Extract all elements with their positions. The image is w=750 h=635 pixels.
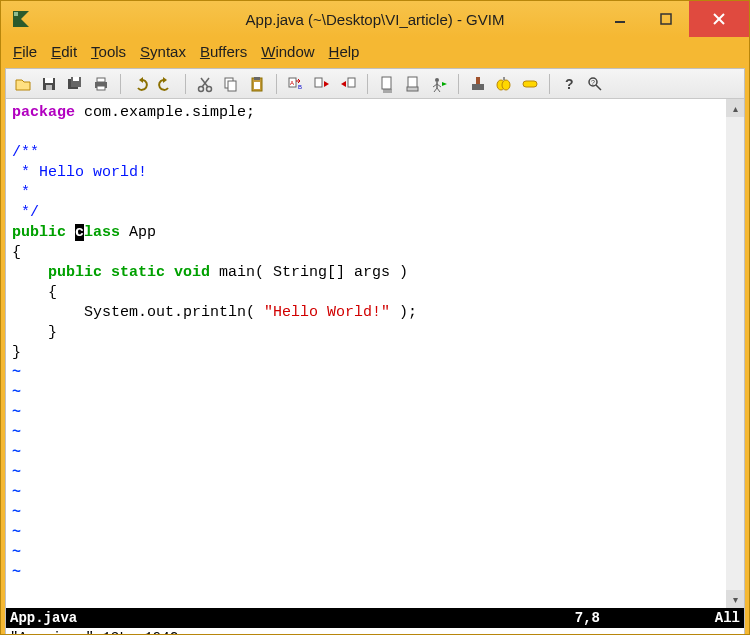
empty-line-marker: ~ bbox=[12, 484, 21, 501]
code-keyword: package bbox=[12, 104, 75, 121]
svg-rect-45 bbox=[476, 77, 480, 84]
cursor: c bbox=[75, 224, 84, 241]
menu-buffers[interactable]: Buffers bbox=[200, 43, 247, 60]
svg-line-17 bbox=[201, 78, 208, 87]
svg-marker-15 bbox=[139, 77, 143, 83]
status-filename: App.java bbox=[10, 610, 575, 626]
toolbar: AB ? ? bbox=[6, 69, 744, 99]
scroll-down-button[interactable]: ▾ bbox=[726, 590, 744, 608]
find-prev-icon[interactable] bbox=[337, 73, 359, 95]
svg-text:?: ? bbox=[565, 76, 574, 92]
empty-line-marker: ~ bbox=[12, 544, 21, 561]
svg-text:A: A bbox=[290, 80, 294, 86]
find-next-icon[interactable] bbox=[311, 73, 333, 95]
svg-marker-16 bbox=[163, 77, 167, 83]
save-all-icon[interactable] bbox=[64, 73, 86, 95]
script-icon[interactable] bbox=[402, 73, 424, 95]
svg-rect-13 bbox=[97, 78, 105, 82]
command-text: "App.java" 13L, 194C bbox=[10, 630, 178, 635]
svg-line-42 bbox=[434, 88, 437, 92]
svg-point-20 bbox=[207, 86, 212, 91]
code-text: } bbox=[12, 324, 57, 341]
paste-icon[interactable] bbox=[246, 73, 268, 95]
code-text: ); bbox=[390, 304, 417, 321]
code-text: { bbox=[12, 244, 21, 261]
svg-line-43 bbox=[437, 88, 440, 92]
window-buttons bbox=[597, 1, 749, 37]
titlebar: App.java (~\Desktop\VI_article) - GVIM bbox=[1, 1, 749, 37]
svg-point-38 bbox=[435, 78, 439, 82]
svg-marker-32 bbox=[341, 81, 346, 87]
svg-line-18 bbox=[202, 78, 209, 87]
empty-line-marker: ~ bbox=[12, 404, 21, 421]
client-area: AB ? ? package com.example.simple; /** *… bbox=[5, 68, 745, 635]
toolbar-separator bbox=[458, 74, 459, 94]
svg-rect-24 bbox=[254, 77, 260, 80]
code-keyword: public bbox=[12, 224, 66, 241]
code-keyword: class bbox=[75, 224, 120, 241]
svg-rect-22 bbox=[228, 81, 236, 91]
code-string: "Hello World!" bbox=[264, 304, 390, 321]
empty-line-marker: ~ bbox=[12, 504, 21, 521]
svg-marker-44 bbox=[442, 82, 447, 86]
editor-area: package com.example.simple; /** * Hello … bbox=[6, 99, 744, 608]
svg-rect-25 bbox=[254, 82, 260, 89]
code-text: App bbox=[120, 224, 156, 241]
code-text: System.out.println( bbox=[12, 304, 264, 321]
code-text: main( String[] args ) bbox=[210, 264, 408, 281]
svg-rect-7 bbox=[45, 78, 53, 83]
svg-rect-29 bbox=[315, 78, 322, 87]
svg-rect-8 bbox=[46, 85, 52, 90]
toolbar-separator bbox=[549, 74, 550, 94]
toolbar-separator bbox=[185, 74, 186, 94]
undo-icon[interactable] bbox=[129, 73, 151, 95]
empty-line-marker: ~ bbox=[12, 524, 21, 541]
code-keyword: public static void bbox=[48, 264, 210, 281]
code-text: { bbox=[12, 284, 57, 301]
code-text: } bbox=[12, 344, 21, 361]
menu-window[interactable]: Window bbox=[261, 43, 314, 60]
menu-syntax[interactable]: Syntax bbox=[140, 43, 186, 60]
menu-help[interactable]: Help bbox=[329, 43, 360, 60]
svg-marker-30 bbox=[324, 81, 329, 87]
find-help-icon[interactable]: ? bbox=[584, 73, 606, 95]
copy-icon[interactable] bbox=[220, 73, 242, 95]
maximize-button[interactable] bbox=[643, 1, 689, 37]
empty-line-marker: ~ bbox=[12, 364, 21, 381]
tag-jump-icon[interactable] bbox=[519, 73, 541, 95]
open-icon[interactable] bbox=[12, 73, 34, 95]
svg-rect-33 bbox=[382, 77, 391, 89]
text-editor[interactable]: package com.example.simple; /** * Hello … bbox=[6, 99, 726, 608]
code-text: com.example.simple; bbox=[75, 104, 255, 121]
run-macro-icon[interactable] bbox=[428, 73, 450, 95]
empty-line-marker: ~ bbox=[12, 384, 21, 401]
svg-text:B: B bbox=[298, 84, 302, 90]
close-button[interactable] bbox=[689, 1, 749, 37]
empty-line-marker: ~ bbox=[12, 444, 21, 461]
svg-point-19 bbox=[199, 86, 204, 91]
empty-line-marker: ~ bbox=[12, 464, 21, 481]
redo-icon[interactable] bbox=[155, 73, 177, 95]
cut-icon[interactable] bbox=[194, 73, 216, 95]
status-bar: App.java 7,8 All bbox=[6, 608, 744, 628]
gvim-icon bbox=[11, 9, 31, 29]
svg-point-48 bbox=[502, 80, 510, 90]
svg-text:?: ? bbox=[591, 79, 595, 86]
vertical-scrollbar[interactable]: ▴ ▾ bbox=[726, 99, 744, 608]
print-icon[interactable] bbox=[90, 73, 112, 95]
tags-icon[interactable] bbox=[493, 73, 515, 95]
minimize-button[interactable] bbox=[597, 1, 643, 37]
find-replace-icon[interactable]: AB bbox=[285, 73, 307, 95]
new-session-icon[interactable] bbox=[376, 73, 398, 95]
command-line[interactable]: "App.java" 13L, 194C bbox=[6, 628, 744, 635]
svg-rect-31 bbox=[348, 78, 355, 87]
menubar: File Edit Tools Syntax Buffers Window He… bbox=[1, 37, 749, 68]
save-icon[interactable] bbox=[38, 73, 60, 95]
menu-tools[interactable]: Tools bbox=[91, 43, 126, 60]
scroll-up-button[interactable]: ▴ bbox=[726, 99, 744, 117]
menu-edit[interactable]: Edit bbox=[51, 43, 77, 60]
svg-rect-3 bbox=[661, 14, 671, 24]
help-icon[interactable]: ? bbox=[558, 73, 580, 95]
menu-file[interactable]: File bbox=[13, 43, 37, 60]
make-icon[interactable] bbox=[467, 73, 489, 95]
